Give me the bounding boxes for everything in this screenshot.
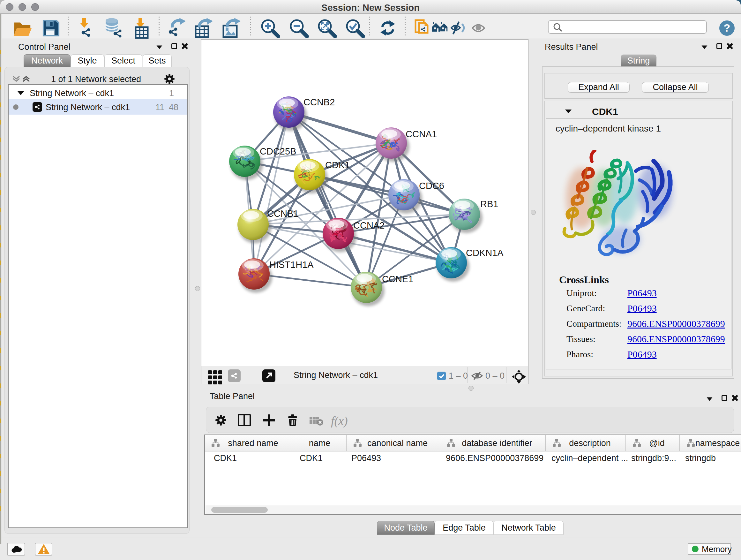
svg-text:CCNE1: CCNE1 xyxy=(382,274,413,284)
svg-text:CDC25B: CDC25B xyxy=(260,146,296,157)
svg-text:HIST1H1A: HIST1H1A xyxy=(269,260,314,270)
svg-text:CDC6: CDC6 xyxy=(419,181,444,191)
svg-text:RB1: RB1 xyxy=(480,199,498,209)
svg-text:?: ? xyxy=(724,22,731,34)
svg-text:CCNA2: CCNA2 xyxy=(353,220,385,231)
svg-text:CCNA1: CCNA1 xyxy=(406,129,437,139)
svg-text:CCNB2: CCNB2 xyxy=(304,97,335,107)
svg-text:CCNB1: CCNB1 xyxy=(267,208,298,219)
svg-text:CDKN1A: CDKN1A xyxy=(466,248,503,258)
svg-text:CDK1: CDK1 xyxy=(325,160,350,170)
